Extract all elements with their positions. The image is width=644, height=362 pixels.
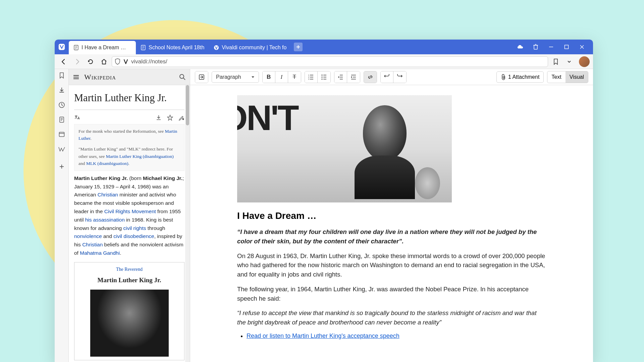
tab-1[interactable]: I Have a Dream … [69, 41, 136, 54]
wiki-link[interactable]: Christian [82, 242, 103, 247]
notes-panel-icon[interactable] [58, 116, 65, 123]
svg-text:3: 3 [308, 78, 309, 80]
tab-3[interactable]: Vivaldi community | Tech fo [209, 41, 291, 54]
new-tab-button[interactable] [294, 43, 303, 51]
svg-point-31 [180, 74, 184, 78]
bookmark-button[interactable] [550, 56, 561, 67]
paragraph-select[interactable]: Paragraph [212, 71, 259, 83]
wiki-link[interactable]: nonviolence [74, 233, 102, 239]
url-input[interactable] [131, 58, 545, 65]
view-toggle: Text Visual [547, 71, 588, 83]
notes-editor: Paragraph B I T 123 [190, 69, 593, 362]
tab-label: School Notes April 18th [149, 45, 204, 51]
note-list: Read or listen to Martin Luther King's a… [247, 333, 546, 340]
hero-image: ON'T [237, 95, 452, 202]
back-button[interactable] [58, 56, 69, 67]
reload-button[interactable] [85, 56, 96, 67]
infobox-portrait [90, 290, 169, 357]
insert-button[interactable] [195, 71, 208, 83]
cloud-sync-icon[interactable] [517, 44, 523, 50]
panel-scrollbar[interactable] [185, 85, 190, 362]
wiki-link[interactable]: Civil Rights Movement [104, 208, 156, 214]
redo-button[interactable] [393, 71, 406, 83]
text-view-button[interactable]: Text [547, 71, 565, 83]
unordered-list-button[interactable] [318, 71, 330, 83]
wiki-link[interactable]: civil disobedience [113, 233, 154, 239]
wikipedia-logo[interactable]: Wikipedia [84, 73, 116, 81]
note-icon [73, 45, 79, 50]
minimize-button[interactable] [548, 44, 554, 50]
edit-lock-icon[interactable] [178, 115, 184, 121]
strikethrough-button[interactable]: T [288, 71, 301, 83]
wiki-link[interactable]: Mahatma Gandhi [80, 250, 120, 256]
article-lead: Martin Luther King Jr. (born Michael Kin… [74, 174, 184, 257]
vivaldi-menu-button[interactable] [55, 40, 69, 54]
undo-button[interactable] [381, 71, 393, 83]
article-tools [74, 113, 184, 124]
paperclip-icon [501, 74, 506, 80]
svg-rect-20 [60, 117, 64, 122]
link-button[interactable] [364, 71, 377, 83]
outdent-button[interactable] [334, 71, 347, 83]
svg-point-43 [321, 76, 322, 77]
wiki-link[interactable]: civil rights [123, 225, 146, 231]
panel-rail [55, 69, 69, 362]
svg-point-44 [321, 78, 322, 79]
article-title: Martin Luther King Jr. [74, 90, 184, 106]
star-icon[interactable] [167, 115, 173, 121]
attachment-button[interactable]: 1 Attachment [496, 71, 544, 83]
wiki-header: Wikipedia [69, 69, 190, 85]
bookmarks-panel-icon[interactable] [58, 72, 65, 79]
infobox-honorific: The Reverend [78, 266, 181, 273]
visual-view-button[interactable]: Visual [566, 71, 588, 83]
history-panel-icon[interactable] [58, 101, 65, 109]
tab-label: I Have a Dream … [82, 45, 126, 51]
italic-button[interactable]: I [275, 71, 288, 83]
browser-window: I Have a Dream … School Notes April 18th… [55, 40, 593, 362]
svg-line-32 [183, 78, 185, 80]
tab-2[interactable]: School Notes April 18th [136, 41, 209, 54]
ordered-list-button[interactable]: 123 [305, 71, 318, 83]
language-icon[interactable] [74, 115, 80, 121]
url-box[interactable] [112, 56, 548, 67]
close-button[interactable] [579, 44, 585, 50]
svg-point-42 [321, 74, 322, 75]
dropdown-button[interactable] [564, 56, 575, 67]
infobox-name: Martin Luther King Jr. [78, 275, 181, 285]
trash-icon[interactable] [533, 44, 539, 50]
svg-rect-24 [59, 132, 64, 137]
wiki-link[interactable]: his assassination [85, 217, 125, 223]
shield-icon[interactable] [115, 58, 120, 65]
note-paragraph: The following year, in 1964, Martin Luth… [237, 285, 546, 303]
vivaldi-v-icon [123, 59, 128, 64]
editor-toolbar: Paragraph B I T 123 [190, 69, 593, 85]
wiki-link[interactable]: Christian [98, 192, 118, 197]
note-link[interactable]: Read or listen to Martin Luther King's a… [247, 333, 399, 339]
note-quote: “I refuse to accept the view that mankin… [237, 308, 546, 327]
indent-button[interactable] [347, 71, 360, 83]
svg-rect-12 [534, 45, 537, 49]
hamburger-icon[interactable] [73, 74, 79, 80]
plus-icon [296, 45, 301, 49]
maximize-button[interactable] [564, 44, 570, 50]
window-panel-icon[interactable] [58, 131, 65, 138]
search-icon[interactable] [179, 74, 186, 80]
home-button[interactable] [98, 56, 110, 67]
tab-strip: I Have a Dream … School Notes April 18th… [69, 40, 509, 54]
wikipedia-panel-icon[interactable] [58, 145, 65, 153]
forward-button[interactable] [71, 56, 83, 67]
wiki-link[interactable]: MLK (disambiguation) [86, 161, 128, 166]
note-quote: “I have a dream that my four children wi… [237, 227, 546, 246]
infobox: The Reverend Martin Luther King Jr. [74, 262, 184, 360]
address-bar [55, 54, 593, 69]
bold-button[interactable]: B [263, 71, 275, 83]
svg-rect-34 [183, 119, 184, 120]
wiki-link[interactable]: Martin Luther King (disambiguation) [106, 154, 174, 159]
note-content[interactable]: ON'T I Have a Dream … “I have a dream th… [190, 85, 593, 362]
downloads-panel-icon[interactable] [58, 86, 65, 94]
wikipedia-panel: Wikipedia Martin Luther King Jr. [69, 69, 190, 362]
download-icon[interactable] [156, 115, 162, 121]
add-panel-icon[interactable] [58, 163, 65, 170]
hatnote: For the monk who started the Reformation… [74, 124, 184, 171]
profile-avatar[interactable] [579, 56, 590, 67]
